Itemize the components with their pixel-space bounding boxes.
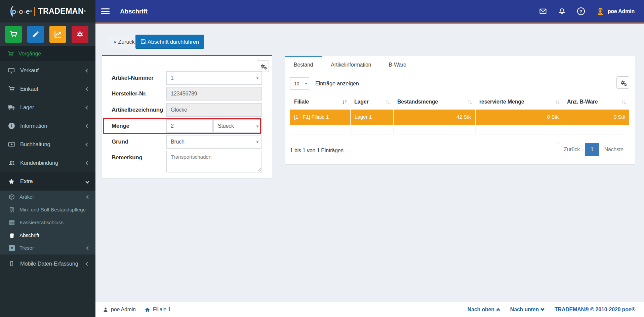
save-icon xyxy=(140,39,146,44)
cube-icon xyxy=(8,194,15,200)
page-size-select[interactable]: 10 xyxy=(290,77,309,90)
home-icon xyxy=(145,307,150,313)
copyright-text[interactable]: TRADEMAN® © 2010-2020 poe® xyxy=(555,307,635,313)
chevron-left-icon xyxy=(85,161,89,165)
pagination-next-button[interactable]: Nächste xyxy=(599,143,629,156)
table-header-row: Filiale Lager Bestandsmenge xyxy=(290,95,629,110)
menge-input[interactable]: 2 xyxy=(166,119,213,133)
hersteller-nr-field: 123456789 xyxy=(166,87,262,101)
star-icon xyxy=(7,178,15,185)
sidebar-item-artikel[interactable]: Artikel xyxy=(0,191,95,203)
user-secret-icon xyxy=(596,7,604,15)
artikelbezeichnung-label: Artikelbezeichnung xyxy=(112,103,163,117)
menge-unit-select[interactable]: Stueck xyxy=(213,119,262,133)
help-button[interactable] xyxy=(577,7,585,15)
tab-bestand[interactable]: Bestand xyxy=(285,56,322,73)
chevron-left-icon xyxy=(86,195,90,199)
table-settings-button[interactable] xyxy=(616,76,629,89)
tab-b-ware[interactable]: B-Ware xyxy=(380,56,415,73)
pagination-prev-button[interactable]: Zurück xyxy=(558,143,585,156)
extra-submenu: Artikel Min- und Soll-Bestandspflege Kas… xyxy=(0,191,95,254)
shortcut-sales-button[interactable] xyxy=(5,26,22,43)
column-header-bestandsmenge[interactable]: Bestandsmenge xyxy=(393,95,475,110)
shortcut-bar xyxy=(0,23,95,46)
bestand-table: Filiale Lager Bestandsmenge xyxy=(290,95,629,134)
sidebar-item-verkauf[interactable]: Verkauf xyxy=(0,61,95,80)
messages-button[interactable] xyxy=(539,7,547,15)
column-header-filiale[interactable]: Filiale xyxy=(290,95,350,110)
sort-active-icon xyxy=(342,100,347,105)
info-circle-icon xyxy=(7,123,15,129)
sidebar-item-einkauf[interactable]: Einkauf xyxy=(0,80,95,98)
sidebar: ( p·o·e ® TRADEMAN ® xyxy=(0,0,95,317)
bemerkung-textarea[interactable]: Transportschaden xyxy=(166,151,262,172)
user-menu[interactable]: poe Admin xyxy=(596,7,635,15)
chevron-down-icon xyxy=(85,180,89,183)
registered-mark: ® xyxy=(84,10,86,13)
sidebar-item-lager[interactable]: Lager xyxy=(0,98,95,117)
chevron-left-icon xyxy=(86,246,90,250)
grund-select[interactable]: Bruch xyxy=(166,135,262,149)
sort-both-icon xyxy=(555,100,560,105)
sidebar-item-mobile-daten-erfassung[interactable]: Mobile Daten-Erfassung xyxy=(0,254,95,273)
empty-table-row xyxy=(290,125,629,134)
users-icon xyxy=(7,159,15,166)
shortcut-settings-button[interactable] xyxy=(72,26,88,43)
footer-links: Nach oben Nach unten TRADEMAN® © 2010-20… xyxy=(468,307,635,313)
chevron-left-icon xyxy=(85,69,89,72)
logo-divider xyxy=(34,7,35,16)
page-size-label: Einträge anzeigen xyxy=(315,77,359,90)
sidebar-item-extra[interactable]: Extra xyxy=(0,172,95,191)
sidebar-item-kassiererabschluss[interactable]: Kassiererabschluss xyxy=(0,216,95,229)
top-navbar: Abschrift poe Admin xyxy=(95,0,644,24)
sidebar-item-abschrift[interactable]: Abschrift xyxy=(0,229,95,242)
column-header-lager[interactable]: Lager xyxy=(350,95,393,110)
menge-label: Menge xyxy=(112,119,129,133)
artikel-nummer-label: Artikel-Nummer xyxy=(112,71,154,85)
chevron-left-icon xyxy=(85,124,89,128)
hersteller-nr-label: Hersteller-Nr. xyxy=(112,87,147,101)
app-logo[interactable]: ( p·o·e ® TRADEMAN ® xyxy=(0,0,95,23)
sidebar-section-vorgaenge[interactable]: Vorgänge xyxy=(0,46,95,61)
trash-icon xyxy=(8,233,15,238)
abschrift-durchfuehren-button[interactable]: Abschrift durchführen xyxy=(135,35,204,49)
shortcut-edit-button[interactable] xyxy=(27,26,44,43)
sort-both-icon xyxy=(621,100,626,105)
column-header-anz-b-ware[interactable]: Anz. B-Ware xyxy=(563,95,629,110)
envelope-icon xyxy=(539,7,547,15)
sort-both-icon xyxy=(386,100,390,105)
tab-bar: Bestand Artikelinformation B-Ware xyxy=(285,56,635,73)
pagination-page-1-button[interactable]: 1 xyxy=(585,143,599,156)
notifications-button[interactable] xyxy=(558,8,566,15)
scroll-top-link[interactable]: Nach oben xyxy=(468,307,499,313)
sidebar-item-min-soll-bestandspflege[interactable]: Min- und Soll-Bestandspflege xyxy=(0,203,95,216)
shortcut-statistics-button[interactable] xyxy=(49,26,66,43)
person-icon xyxy=(103,307,108,312)
chart-icon xyxy=(54,30,62,38)
sidebar-item-buchhaltung[interactable]: Buchhaltung xyxy=(0,135,95,154)
double-chevron-down-icon xyxy=(541,309,544,311)
sidebar-item-information[interactable]: Information xyxy=(0,117,95,135)
page-title: Abschrift xyxy=(120,8,148,15)
form-settings-button[interactable] xyxy=(257,60,269,72)
column-header-reservierte-menge[interactable]: reservierte Menge xyxy=(475,95,563,110)
sidebar-item-kundenbindung[interactable]: Kundenbindung xyxy=(0,154,95,172)
cart-icon xyxy=(7,86,15,92)
section-label: Vorgänge xyxy=(18,51,41,57)
sidebar-item-tresor[interactable]: Tresor xyxy=(0,242,95,254)
table-row[interactable]: [1 - F1] Filiale 1 Lager 1 42 Stk 0 Stk … xyxy=(290,110,629,125)
safe-icon xyxy=(8,245,15,251)
scroll-bottom-link[interactable]: Nach unten xyxy=(510,307,544,313)
footer-filiale[interactable]: Filiale 1 xyxy=(145,307,171,313)
footer-user: poe Admin xyxy=(103,307,136,313)
tab-artikelinformation[interactable]: Artikelinformation xyxy=(322,56,380,73)
footer: poe Admin Filiale 1 Nach oben Nach unten… xyxy=(95,302,644,317)
artikel-nummer-select[interactable]: 1 xyxy=(166,71,262,85)
sidebar-toggle-button[interactable] xyxy=(101,8,110,14)
truck-icon xyxy=(7,104,15,111)
bell-icon xyxy=(558,8,566,15)
poe-logo-text: p·o·e xyxy=(12,7,30,15)
double-chevron-up-icon xyxy=(497,309,499,311)
pagination: Zurück 1 Nächste xyxy=(558,143,629,156)
calculator-icon xyxy=(8,220,15,226)
